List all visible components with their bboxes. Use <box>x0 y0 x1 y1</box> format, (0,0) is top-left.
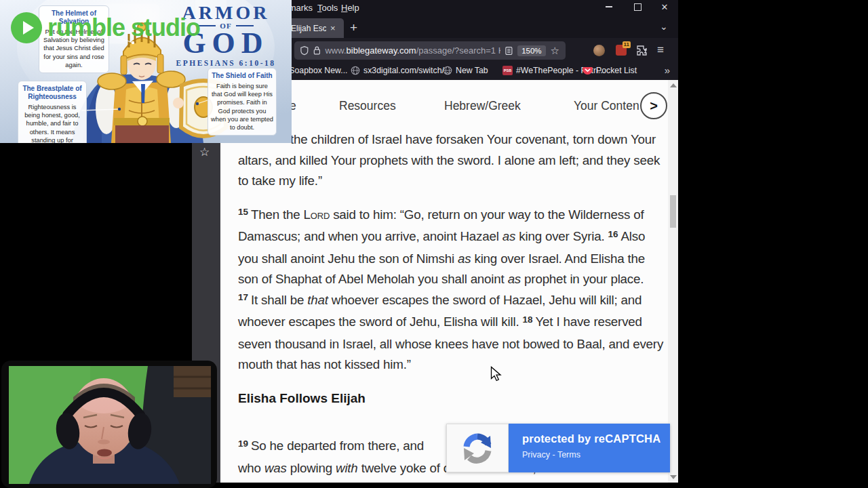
adblock-extension-icon[interactable]: 11 <box>616 45 627 56</box>
recaptcha-links: Privacy - Terms <box>522 450 670 460</box>
bookmark-item[interactable]: Pocket List <box>583 66 637 75</box>
recaptcha-badge: protected by reCAPTCHA Privacy - Terms <box>446 424 670 472</box>
terms-link[interactable]: Terms <box>557 450 580 460</box>
maximize-button[interactable] <box>627 0 648 14</box>
bookmark-item[interactable]: sx3digital.com/switch/... <box>351 66 451 75</box>
url-text: www.biblegateway.com/passage/?search=1 K… <box>325 45 500 56</box>
page-scrollbar[interactable] <box>668 80 678 483</box>
callout-title: The Shield of Faith <box>211 72 273 80</box>
rumble-studio-logo: rumble studio <box>11 12 200 43</box>
callout-title: The Breastplate of Righteousness <box>21 85 83 101</box>
recaptcha-label: protected by reCAPTCHA <box>522 432 670 445</box>
recaptcha-logo-icon <box>460 430 495 466</box>
chevron-right-icon: > <box>650 98 658 114</box>
url-path: /passage/?search=1 Kings <box>416 45 501 56</box>
site-nav-resources[interactable]: Resources <box>339 99 396 113</box>
bookmark-label: New Tab <box>456 66 488 75</box>
psb-favicon: PSB <box>502 66 513 75</box>
link-separator: - <box>550 450 557 460</box>
scrollbar-thumb[interactable] <box>670 195 676 228</box>
verse-paragraph: the children of Israel have forsaken You… <box>238 129 664 192</box>
maximize-icon <box>634 3 642 11</box>
globe-icon <box>443 66 452 75</box>
webcam-person <box>9 366 211 484</box>
scroll-down-icon[interactable] <box>670 475 677 479</box>
bookmark-star-icon[interactable]: ☆ <box>551 45 559 56</box>
lock-icon[interactable] <box>313 45 321 56</box>
recaptcha-logo-box <box>446 424 509 472</box>
callout-body: Faith is being sure that God will keep H… <box>211 82 273 131</box>
pocket-icon <box>583 66 593 75</box>
minimize-button[interactable] <box>599 0 619 14</box>
armor-of-god-overlay: ARMOR OF GOD EPHESIANS 6:10-18 The Helme… <box>0 0 292 143</box>
rumble-logo-text: rumble studio <box>47 14 200 42</box>
zoom-level-badge[interactable]: 150% <box>517 45 545 56</box>
tab-title: Elijah Escape <box>291 24 326 33</box>
bookmarks-overflow-icon[interactable]: » <box>665 64 670 76</box>
title-reference: EPHESIANS 6:10-18 <box>163 59 289 67</box>
favorite-star-icon[interactable]: ☆ <box>199 145 210 159</box>
section-heading: Elisha Follows Elijah <box>238 388 664 409</box>
stream-canvas: Bookmarks Tools Help ✕ Elijah Escape × +… <box>0 0 868 488</box>
minimize-icon <box>606 6 612 7</box>
globe-icon <box>351 66 360 75</box>
close-button[interactable]: ✕ <box>654 0 675 14</box>
nav-next-button[interactable]: > <box>640 92 667 119</box>
scroll-up-icon[interactable] <box>670 83 677 87</box>
url-host: biblegateway.com <box>347 45 416 56</box>
all-tabs-chevron-icon[interactable]: ⌄ <box>660 21 668 32</box>
url-bar[interactable]: www.biblegateway.com/passage/?search=1 K… <box>294 41 566 60</box>
bookmark-item[interactable]: New Tab <box>443 66 488 75</box>
site-nav-your-content[interactable]: Your Conten <box>574 99 639 113</box>
account-extension-icon[interactable] <box>593 45 605 56</box>
webcam-frame <box>1 361 217 488</box>
callout-body: Righteousness is being honest, good, hum… <box>21 103 83 143</box>
recaptcha-text-box: protected by reCAPTCHA Privacy - Terms <box>509 424 670 472</box>
shield-permissions-icon[interactable] <box>300 45 309 56</box>
menu-help[interactable]: Help <box>341 3 359 13</box>
close-icon: ✕ <box>661 3 669 12</box>
privacy-link[interactable]: Privacy <box>522 450 550 460</box>
extension-badge-count: 11 <box>623 41 631 48</box>
rumble-play-icon <box>11 12 42 43</box>
bookmark-label: Pocket List <box>596 66 637 75</box>
webcam-video <box>9 366 211 484</box>
extensions-puzzle-icon[interactable] <box>636 45 648 56</box>
verse-paragraph: 15Then the Lord said to him: “Go, return… <box>238 205 664 375</box>
url-prefix: www. <box>325 45 346 56</box>
menu-tools[interactable]: Tools <box>317 3 338 13</box>
bookmark-label: sx3digital.com/switch/... <box>363 66 451 75</box>
callout-breastplate: The Breastplate of Righteousness Righteo… <box>18 81 87 143</box>
site-nav-hebrew-greek[interactable]: Hebrew/Greek <box>444 99 521 113</box>
new-tab-button[interactable]: + <box>350 20 357 35</box>
mouse-cursor <box>490 366 502 382</box>
callout-shield: The Shield of Faith Faith is being sure … <box>208 68 277 136</box>
tab-close-icon[interactable]: × <box>330 23 336 33</box>
hamburger-menu-icon[interactable]: ≡ <box>657 44 664 56</box>
reader-mode-icon[interactable] <box>505 46 513 56</box>
